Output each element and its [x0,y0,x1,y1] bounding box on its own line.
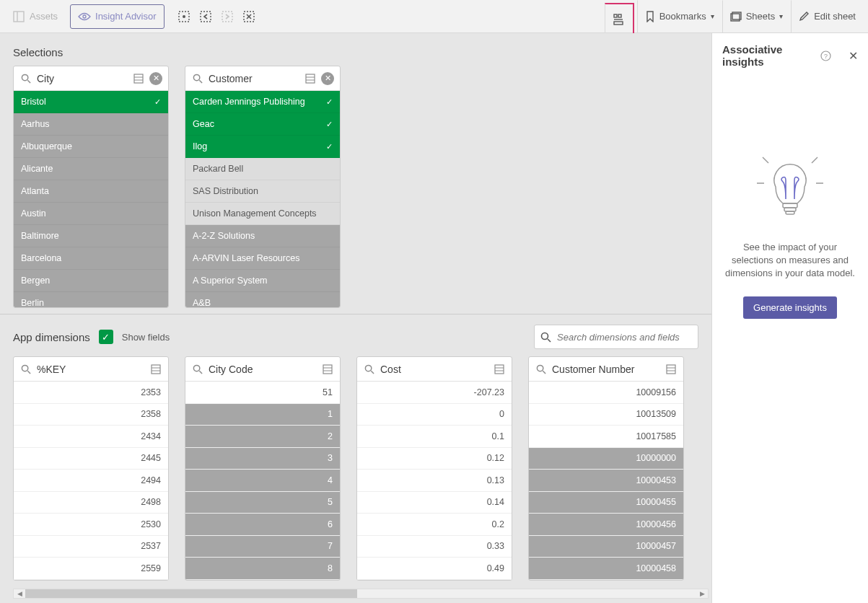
selection-tool-group [175,7,258,26]
dimension-item[interactable]: 0.13 [357,470,512,492]
dimension-item[interactable]: 51 [185,382,340,404]
table-icon[interactable] [321,363,334,376]
dimension-item[interactable]: 2358 [14,404,168,426]
search-icon[interactable] [19,72,32,85]
table-icon[interactable] [304,72,317,85]
dimension-item[interactable]: 4 [185,470,340,492]
listbox-item[interactable]: Bristol✓ [14,91,168,113]
listbox-item-label: A&B [193,298,211,307]
dimension-item[interactable]: 2498 [14,492,168,514]
clear-selection-icon[interactable]: ✕ [321,72,334,85]
help-icon[interactable]: ? [820,50,831,61]
dimension-item[interactable]: 0.14 [357,492,512,514]
listbox-item[interactable]: Atlanta [14,180,168,203]
dimension-item[interactable]: 2537 [14,536,168,558]
dimension-item[interactable]: 10000000 [529,448,683,470]
selection-card-header: City✕ [14,66,168,91]
dimension-item[interactable]: 8 [185,558,340,580]
listbox-item[interactable]: Packard Bell [185,158,340,180]
horizontal-scrollbar[interactable]: ◀ ▶ [13,589,709,599]
listbox-item-label: Albuquerque [21,141,72,151]
dimension-item[interactable]: 2445 [14,448,168,470]
dimension-item[interactable]: 5 [185,492,340,514]
smart-select-icon[interactable] [175,7,193,26]
listbox-item[interactable]: Carden Jennings Publishing✓ [185,91,340,113]
dimension-item[interactable]: 0.49 [357,558,512,580]
step-back-icon[interactable] [196,7,215,26]
listbox-item[interactable]: Unison Management Concepts [185,203,340,225]
listbox-item[interactable]: Austin [14,203,168,225]
dimension-item[interactable]: 10000455 [529,492,683,514]
dimension-item[interactable]: 0.33 [357,536,512,558]
search-icon[interactable] [363,363,376,376]
listbox-item[interactable]: Geac✓ [185,113,340,136]
step-forward-icon[interactable] [218,7,237,26]
selections-tool-button[interactable] [605,3,634,36]
table-icon[interactable] [665,363,678,376]
dimension-item[interactable]: 10017585 [529,426,683,448]
dimension-item[interactable]: 0.1 [357,426,512,448]
dimension-item[interactable]: 2530 [14,514,168,536]
listbox-item[interactable]: A-ARVIN Laser Resources [185,247,340,270]
search-icon[interactable] [535,363,548,376]
sheets-button[interactable]: Sheets ▾ [722,0,791,33]
dimension-item[interactable]: 0 [357,404,512,426]
table-icon[interactable] [149,363,162,376]
dimension-item[interactable]: 10000458 [529,558,683,580]
listbox-item[interactable]: Baltimore [14,225,168,247]
scroll-thumb[interactable] [25,589,357,598]
edit-sheet-button[interactable]: Edit sheet [791,0,864,33]
bookmarks-button[interactable]: Bookmarks ▾ [637,0,722,33]
dimension-item[interactable]: 2559 [14,558,168,580]
listbox-item[interactable]: Barcelona [14,247,168,270]
listbox-item[interactable]: Aarhus [14,113,168,136]
table-icon[interactable] [493,363,506,376]
assets-button[interactable]: Assets [4,4,66,29]
dimension-item[interactable]: 7 [185,536,340,558]
listbox-item-label: Atlanta [21,186,49,196]
show-fields-checkbox[interactable]: ✓ [99,330,113,344]
listbox-item[interactable]: Bergen [14,270,168,292]
listbox-item[interactable]: Albuquerque [14,136,168,158]
listbox-item[interactable]: A Superior System [185,270,340,292]
clear-selection-icon[interactable]: ✕ [149,72,162,85]
listbox-item[interactable]: Alicante [14,158,168,180]
insight-advisor-button[interactable]: Insight Advisor [70,4,165,29]
dimension-item[interactable]: 0.12 [357,448,512,470]
dimension-item[interactable]: -207.23 [357,382,512,404]
listbox-item[interactable]: Berlin [14,292,168,307]
table-icon[interactable] [132,72,145,85]
generate-insights-button[interactable]: Generate insights [743,296,837,319]
dimension-item[interactable]: 6 [185,514,340,536]
search-icon[interactable] [191,72,204,85]
scroll-left-arrow[interactable]: ◀ [14,589,25,598]
dimension-list: 1000915610013509100175851000000010000453… [529,382,683,580]
dimension-item[interactable]: 10000456 [529,514,683,536]
clear-all-icon[interactable] [240,7,258,26]
dimension-item[interactable]: 0.2 [357,514,512,536]
dimension-item[interactable]: 2434 [14,426,168,448]
listbox-item[interactable]: A&B [185,292,340,307]
dimension-list: 5112345678 [185,382,340,580]
dimension-item[interactable]: 2 [185,426,340,448]
dimension-item[interactable]: 2494 [14,470,168,492]
listbox-item[interactable]: SAS Distribution [185,180,340,203]
dimension-item[interactable]: 1 [185,404,340,426]
listbox-item[interactable]: A-2-Z Solutions [185,225,340,247]
dimension-list: -207.2300.10.120.130.140.20.330.49 [357,382,512,580]
dimension-item[interactable]: 10000453 [529,470,683,492]
scroll-track[interactable] [25,589,696,598]
search-dimensions-input[interactable] [556,331,692,343]
dimension-item[interactable]: 10009156 [529,382,683,404]
search-icon[interactable] [191,363,204,376]
check-icon: ✓ [154,97,161,107]
scroll-right-arrow[interactable]: ▶ [696,589,708,598]
search-icon[interactable] [19,363,32,376]
dimension-item[interactable]: 2353 [14,382,168,404]
dimension-item[interactable]: 10013509 [529,404,683,426]
dimension-item[interactable]: 3 [185,448,340,470]
close-panel-icon[interactable]: ✕ [849,49,858,63]
dimension-item[interactable]: 10000457 [529,536,683,558]
listbox-item[interactable]: Ilog✓ [185,136,340,158]
search-dimensions-box[interactable] [534,325,698,349]
